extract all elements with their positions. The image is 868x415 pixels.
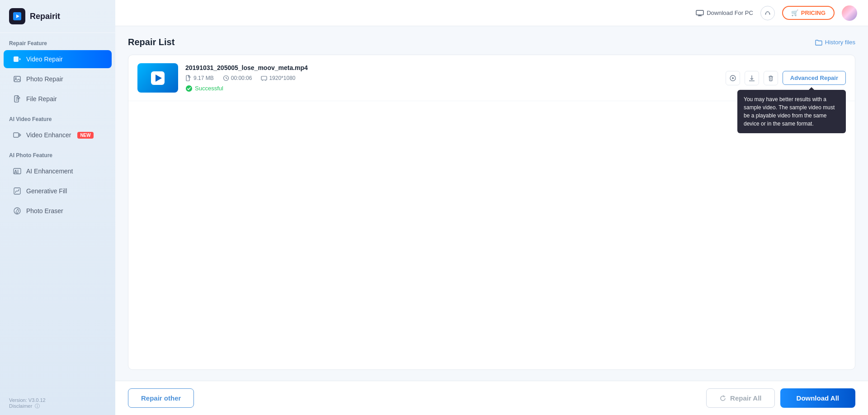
app-name: Repairit [30,12,60,21]
advanced-repair-button[interactable]: Advanced Repair [783,71,846,85]
download-icon [748,75,755,82]
sidebar-item-file-repair[interactable]: File Repair [4,90,112,108]
disclaimer-link[interactable]: Disclaimer [9,403,32,409]
download-button[interactable] [745,71,759,85]
generative-fill-icon [13,187,22,196]
repair-all-icon [719,395,726,402]
preview-icon [729,75,736,82]
repair-feature-label: Repair Feature [0,33,115,49]
version-label: Version: V3.0.12 [9,397,46,403]
resolution-value: 1920*1080 [269,75,295,81]
ai-enhancement-icon: AI [13,167,22,176]
svg-rect-2 [14,56,19,62]
resolution-icon [261,75,267,81]
duration-item: 00:00:06 [223,75,252,81]
status-label: Successful [195,85,223,92]
sidebar-item-video-repair[interactable]: Video Repair [4,50,112,68]
sidebar-item-photo-repair-label: Photo Repair [26,75,63,83]
sidebar: Repairit Repair Feature Video Repair Pho… [0,0,115,415]
repair-actions: Advanced Repair You may have better resu… [726,71,846,85]
play-triangle [156,75,162,82]
svg-rect-16 [696,10,703,15]
advanced-repair-tooltip: You may have better results with a sampl… [737,90,846,133]
main-area: Download For PC 🛒 PRICING Repair List Hi… [115,0,868,415]
page-title: Repair List [128,37,175,47]
sidebar-item-ai-enhancement-label: AI Enhancement [26,168,73,175]
logo-area: Repairit [0,0,115,33]
svg-marker-30 [732,77,734,79]
file-size-item: 9.17 MB [185,75,214,81]
status-badge: Successful [185,85,718,92]
trash-icon [767,75,774,82]
svg-point-28 [186,85,192,92]
topbar: Download For PC 🛒 PRICING [115,0,868,26]
disclaimer-info-icon: ⓘ [35,403,40,409]
repair-info: 20191031_205005_lose_moov_meta.mp4 9.17 … [185,64,718,92]
ai-video-feature-label: AI Video Feature [0,109,115,125]
video-repair-icon [13,55,22,64]
sidebar-item-file-repair-label: File Repair [26,95,57,103]
sidebar-item-generative-fill[interactable]: Generative Fill [4,182,112,200]
monitor-icon [696,10,704,16]
sidebar-bottom: Version: V3.0.12 Disclaimer ⓘ [0,392,115,415]
video-enhancer-icon [13,131,22,140]
svg-rect-4 [14,76,20,82]
sidebar-item-photo-repair[interactable]: Photo Repair [4,70,112,88]
clock-icon [223,75,229,81]
filename: 20191031_205005_lose_moov_meta.mp4 [185,64,718,71]
svg-rect-20 [769,13,770,14]
file-size-value: 9.17 MB [193,75,214,81]
svg-rect-19 [765,13,766,14]
success-icon [185,85,193,92]
svg-marker-11 [19,134,21,136]
headset-icon [764,9,771,17]
footer: Repair other Repair All Download All [115,381,868,415]
sidebar-item-video-enhancer[interactable]: Video Enhancer NEW [4,126,112,144]
repair-other-button[interactable]: Repair other [128,388,194,408]
svg-point-5 [15,78,17,79]
ai-photo-feature-label: AI Photo Feature [0,145,115,161]
user-avatar[interactable] [842,5,857,21]
photo-repair-icon [13,75,22,84]
play-icon [151,71,165,85]
tooltip-text: You may have better results with a sampl… [744,96,835,127]
svg-line-24 [226,78,227,79]
new-badge: NEW [77,132,93,139]
video-thumbnail [137,63,178,93]
content-area: Repair List History files 20191031_20500 [115,26,868,381]
svg-rect-10 [14,133,19,137]
table-row: 20191031_205005_lose_moov_meta.mp4 9.17 … [128,55,855,101]
footer-right: Repair All Download All [706,388,855,408]
sidebar-item-video-enhancer-label: Video Enhancer [26,131,71,139]
svg-rect-25 [261,76,267,80]
app-logo-icon [9,8,25,24]
photo-eraser-icon [13,206,22,215]
file-repair-icon [13,94,22,103]
sidebar-item-photo-eraser[interactable]: Photo Eraser [4,202,112,220]
sidebar-item-video-repair-label: Video Repair [26,56,63,63]
download-for-pc-button[interactable]: Download For PC [696,9,753,16]
repair-all-label: Repair All [730,394,761,402]
pricing-label: PRICING [801,9,826,16]
repair-meta: 9.17 MB 00:00:06 [185,75,718,81]
duration-value: 00:00:06 [231,75,252,81]
help-button[interactable] [760,6,775,20]
pricing-cart-icon: 🛒 [791,9,798,16]
folder-icon [815,39,822,46]
preview-button[interactable] [726,71,740,85]
file-size-icon [185,75,192,81]
sidebar-item-ai-enhancement[interactable]: AI AI Enhancement [4,162,112,180]
delete-button[interactable] [764,71,778,85]
sidebar-item-generative-fill-label: Generative Fill [26,187,67,195]
pricing-button[interactable]: 🛒 PRICING [782,6,835,20]
content-header: Repair List History files [128,37,855,47]
repair-all-button[interactable]: Repair All [706,388,774,408]
download-all-button[interactable]: Download All [780,388,855,408]
svg-marker-3 [19,58,21,61]
download-for-pc-label: Download For PC [707,9,753,16]
sidebar-item-photo-eraser-label: Photo Eraser [26,207,63,214]
resolution-item: 1920*1080 [261,75,295,81]
repair-list: 20191031_205005_lose_moov_meta.mp4 9.17 … [128,55,855,370]
history-files-label: History files [825,39,855,46]
history-files-link[interactable]: History files [815,39,855,46]
